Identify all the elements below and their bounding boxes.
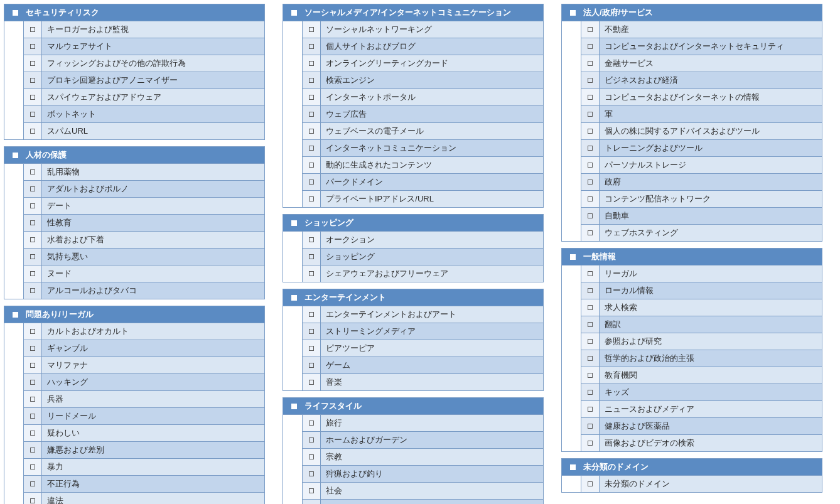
category-row[interactable]: 金融サービス	[562, 55, 822, 72]
category-row[interactable]: 翻訳	[562, 316, 822, 333]
category-row[interactable]: トレーニングおよびツール	[562, 140, 822, 157]
row-checkbox[interactable]	[581, 21, 600, 38]
row-checkbox[interactable]	[23, 164, 42, 181]
row-checkbox[interactable]	[581, 316, 600, 333]
group-checkbox[interactable]	[8, 10, 22, 16]
category-row[interactable]: 哲学的および政治的主張	[562, 350, 822, 367]
category-row[interactable]: 社会	[283, 483, 543, 500]
category-row[interactable]: 違法	[4, 493, 264, 504]
category-row[interactable]: ソーシャルネットワーキング	[283, 21, 543, 38]
category-row[interactable]: 不正行為	[4, 476, 264, 493]
group-header[interactable]: 人材の保護	[4, 147, 264, 164]
group-header[interactable]: ソーシャルメディア/インターネットコミュニケーション	[283, 4, 543, 21]
row-checkbox[interactable]	[23, 476, 42, 493]
row-checkbox[interactable]	[581, 225, 600, 241]
category-row[interactable]: エンターテインメントおよびアート	[283, 306, 543, 323]
row-checkbox[interactable]	[23, 232, 42, 249]
category-row[interactable]: コンピュータおよびインターネットの情報	[562, 89, 822, 106]
row-checkbox[interactable]	[23, 21, 42, 38]
row-checkbox[interactable]	[581, 174, 600, 191]
row-checkbox[interactable]	[23, 282, 42, 299]
category-row[interactable]: 動的に生成されたコンテンツ	[283, 157, 543, 174]
category-row[interactable]: 教育機関	[562, 367, 822, 384]
row-checkbox[interactable]	[581, 140, 600, 157]
category-row[interactable]: ニュースおよびメディア	[562, 401, 822, 418]
group-header[interactable]: ショッピング	[283, 215, 543, 232]
category-row[interactable]: プロキシ回避およびアノニマイザー	[4, 72, 264, 89]
row-checkbox[interactable]	[581, 191, 600, 208]
row-checkbox[interactable]	[23, 55, 42, 72]
row-checkbox[interactable]	[302, 140, 321, 157]
category-row[interactable]: 暴力	[4, 459, 264, 476]
row-checkbox[interactable]	[23, 493, 42, 504]
category-row[interactable]: 検索エンジン	[283, 72, 543, 89]
row-checkbox[interactable]	[581, 401, 600, 418]
category-row[interactable]: 宗教	[283, 449, 543, 466]
row-checkbox[interactable]	[23, 442, 42, 459]
category-row[interactable]: 気持ち悪い	[4, 249, 264, 265]
row-checkbox[interactable]	[581, 123, 600, 140]
row-checkbox[interactable]	[23, 408, 42, 425]
row-checkbox[interactable]	[581, 476, 600, 492]
row-checkbox[interactable]	[302, 500, 321, 504]
category-row[interactable]: コンテンツ配信ネットワーク	[562, 191, 822, 208]
category-row[interactable]: 未分類のドメイン	[562, 476, 822, 492]
group-header[interactable]: 法人/政府/サービス	[562, 4, 822, 21]
category-row[interactable]: デート	[4, 198, 264, 215]
category-row[interactable]: 参照および研究	[562, 333, 822, 350]
category-row[interactable]: パーソナルストレージ	[562, 157, 822, 174]
row-checkbox[interactable]	[302, 449, 321, 466]
group-header[interactable]: セキュリティリスク	[4, 4, 264, 21]
category-row[interactable]: オンライングリーティングカード	[283, 55, 543, 72]
row-checkbox[interactable]	[581, 435, 600, 451]
row-checkbox[interactable]	[302, 306, 321, 323]
row-checkbox[interactable]	[581, 350, 600, 367]
row-checkbox[interactable]	[581, 333, 600, 350]
category-row[interactable]: ウェブホスティング	[562, 225, 822, 241]
category-row[interactable]: パークドメイン	[283, 174, 543, 191]
category-row[interactable]: ゲーム	[283, 357, 543, 374]
category-row[interactable]: 疑わしい	[4, 425, 264, 442]
category-row[interactable]: リーガル	[562, 265, 822, 282]
row-checkbox[interactable]	[302, 38, 321, 55]
row-checkbox[interactable]	[23, 106, 42, 123]
category-row[interactable]: インターネットポータル	[283, 89, 543, 106]
category-row[interactable]: 性教育	[4, 215, 264, 232]
row-checkbox[interactable]	[23, 357, 42, 374]
category-row[interactable]: アルコールおよびタバコ	[4, 282, 264, 299]
category-row[interactable]: マリファナ	[4, 357, 264, 374]
category-row[interactable]: ピアツーピア	[283, 340, 543, 357]
group-header[interactable]: ライフスタイル	[283, 398, 543, 415]
row-checkbox[interactable]	[581, 72, 600, 89]
category-row[interactable]: ホームおよびガーデン	[283, 432, 543, 449]
row-checkbox[interactable]	[581, 157, 600, 174]
category-row[interactable]: フィッシングおよびその他の詐欺行為	[4, 55, 264, 72]
row-checkbox[interactable]	[581, 106, 600, 123]
row-checkbox[interactable]	[302, 123, 321, 140]
category-row[interactable]: 自動車	[562, 208, 822, 225]
category-row[interactable]: 画像およびビデオの検索	[562, 435, 822, 451]
category-row[interactable]: ハッキング	[4, 374, 264, 391]
row-checkbox[interactable]	[581, 282, 600, 299]
category-row[interactable]: ショッピング	[283, 249, 543, 265]
category-row[interactable]: 健康および医薬品	[562, 418, 822, 435]
category-row[interactable]: 個人サイトおよびブログ	[283, 38, 543, 55]
row-checkbox[interactable]	[302, 415, 321, 432]
category-row[interactable]: ウェブ広告	[283, 106, 543, 123]
category-row[interactable]: 不動産	[562, 21, 822, 38]
category-row[interactable]: スパムURL	[4, 123, 264, 139]
row-checkbox[interactable]	[302, 89, 321, 106]
category-row[interactable]: スポーツ	[283, 500, 543, 504]
row-checkbox[interactable]	[302, 157, 321, 174]
group-checkbox[interactable]	[287, 295, 301, 301]
category-row[interactable]: コンピュータおよびインターネットセキュリティ	[562, 38, 822, 55]
row-checkbox[interactable]	[581, 384, 600, 401]
row-checkbox[interactable]	[302, 72, 321, 89]
row-checkbox[interactable]	[581, 367, 600, 384]
category-row[interactable]: 兵器	[4, 391, 264, 408]
category-row[interactable]: 軍	[562, 106, 822, 123]
row-checkbox[interactable]	[581, 55, 600, 72]
category-row[interactable]: 政府	[562, 174, 822, 191]
category-row[interactable]: 乱用薬物	[4, 164, 264, 181]
row-checkbox[interactable]	[302, 432, 321, 449]
